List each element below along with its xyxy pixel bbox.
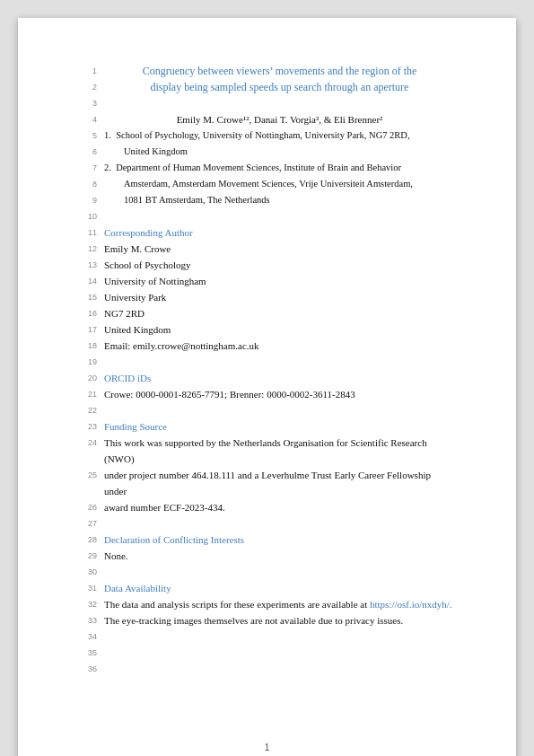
line-row: 51. School of Psychology, University of … (79, 127, 455, 144)
line-number: 31 (79, 580, 104, 596)
line-content: 1081 BT Amsterdam, The Netherlands (104, 192, 455, 208)
line-row: 32The data and analysis scripts for thes… (79, 596, 455, 612)
line-row: 14University of Nottingham (79, 273, 455, 289)
line-row: 13School of Psychology (79, 257, 455, 273)
line-content: under project number 464.18.111 and a Le… (104, 467, 455, 499)
line-number: 21 (79, 386, 104, 402)
line-content (104, 402, 455, 418)
line-number: 25 (79, 467, 104, 499)
line-content: Declaration of Conflicting Interests (104, 532, 455, 548)
line-number: 4 (79, 111, 104, 127)
line-number: 26 (79, 499, 104, 515)
line-row: 10 (79, 208, 455, 224)
line-number: 17 (79, 321, 104, 338)
line-number: 13 (79, 257, 104, 273)
line-number: 24 (79, 435, 104, 467)
document-page: 1Congruency between viewers’ movements a… (18, 18, 516, 756)
line-number: 18 (79, 338, 104, 354)
line-content (104, 629, 455, 645)
line-row: 22 (79, 402, 455, 418)
line-number: 33 (79, 612, 104, 629)
line-number: 35 (79, 645, 104, 661)
line-content: Emily M. Crowe (104, 241, 455, 257)
line-row: 91081 BT Amsterdam, The Netherlands (79, 192, 455, 208)
line-content: United Kingdom (104, 144, 455, 160)
line-row: 72. Department of Human Movement Science… (79, 160, 455, 176)
line-number: 27 (79, 515, 104, 532)
line-row: 36 (79, 661, 455, 677)
line-content: Amsterdam, Amsterdam Movement Sciences, … (104, 176, 455, 192)
line-content: United Kingdom (104, 321, 455, 338)
line-content: award number ECF-2023-434. (104, 499, 455, 515)
line-content: Crowe: 0000-0001-8265-7791; Brenner: 000… (104, 386, 455, 402)
line-row: 28Declaration of Conflicting Interests (79, 532, 455, 548)
line-row: 8Amsterdam, Amsterdam Movement Sciences,… (79, 176, 455, 192)
line-number: 3 (79, 95, 104, 111)
line-content (104, 564, 455, 580)
line-number: 6 (79, 144, 104, 160)
line-row: 4Emily M. Crowe¹², Danai T. Vorgia², & E… (79, 111, 455, 127)
line-row: 6United Kingdom (79, 144, 455, 160)
line-row: 20ORCID iDs (79, 370, 455, 386)
line-row: 34 (79, 629, 455, 645)
line-number: 32 (79, 596, 104, 612)
line-content: 2. Department of Human Movement Sciences… (104, 160, 455, 176)
line-row: 25under project number 464.18.111 and a … (79, 467, 455, 499)
line-row: 19 (79, 354, 455, 370)
line-content (104, 661, 455, 677)
line-content: This work was supported by the Netherlan… (104, 435, 455, 467)
line-content: Emily M. Crowe¹², Danai T. Vorgia², & El… (104, 111, 455, 127)
line-number: 10 (79, 208, 104, 224)
line-number: 28 (79, 532, 104, 548)
line-content: University Park (104, 289, 455, 305)
line-number: 34 (79, 629, 104, 645)
line-row: 27 (79, 515, 455, 532)
line-content: Congruency between viewers’ movements an… (104, 63, 455, 79)
line-number: 15 (79, 289, 104, 305)
line-row: 31Data Availability (79, 580, 455, 596)
line-number: 11 (79, 224, 104, 241)
data-link[interactable]: https://osf.io/nxdyh/. (370, 599, 452, 610)
line-number: 20 (79, 370, 104, 386)
line-row: 3 (79, 95, 455, 111)
line-content (104, 95, 455, 111)
line-row: 2display being sampled speeds up search … (79, 79, 455, 95)
line-content: 1. School of Psychology, University of N… (104, 127, 455, 144)
line-content (104, 515, 455, 532)
line-number: 8 (79, 176, 104, 192)
line-number: 23 (79, 418, 104, 435)
line-content: Email: emily.crowe@nottingham.ac.uk (104, 338, 455, 354)
line-row: 26award number ECF-2023-434. (79, 499, 455, 515)
line-number: 16 (79, 305, 104, 321)
line-number: 22 (79, 402, 104, 418)
line-number: 29 (79, 548, 104, 564)
line-content: Funding Source (104, 418, 455, 435)
line-number: 2 (79, 79, 104, 95)
line-number: 12 (79, 241, 104, 257)
line-row: 29None. (79, 548, 455, 564)
line-number: 7 (79, 160, 104, 176)
line-content: Data Availability (104, 580, 455, 596)
line-content (104, 208, 455, 224)
line-content: University of Nottingham (104, 273, 455, 289)
line-content: NG7 2RD (104, 305, 455, 321)
line-row: 24This work was supported by the Netherl… (79, 435, 455, 467)
line-content: The data and analysis scripts for these … (104, 596, 455, 612)
line-content: None. (104, 548, 455, 564)
line-row: 17United Kingdom (79, 321, 455, 338)
line-row: 16NG7 2RD (79, 305, 455, 321)
line-content: Corresponding Author (104, 224, 455, 241)
line-content (104, 645, 455, 661)
line-row: 21Crowe: 0000-0001-8265-7791; Brenner: 0… (79, 386, 455, 402)
line-row: 11Corresponding Author (79, 224, 455, 241)
line-row: 1Congruency between viewers’ movements a… (79, 63, 455, 79)
line-row: 30 (79, 564, 455, 580)
line-row: 35 (79, 645, 455, 661)
line-row: 18Email: emily.crowe@nottingham.ac.uk (79, 338, 455, 354)
line-number: 14 (79, 273, 104, 289)
line-number: 36 (79, 661, 104, 677)
line-number: 9 (79, 192, 104, 208)
line-number: 30 (79, 564, 104, 580)
line-row: 12Emily M. Crowe (79, 241, 455, 257)
line-number: 5 (79, 127, 104, 144)
